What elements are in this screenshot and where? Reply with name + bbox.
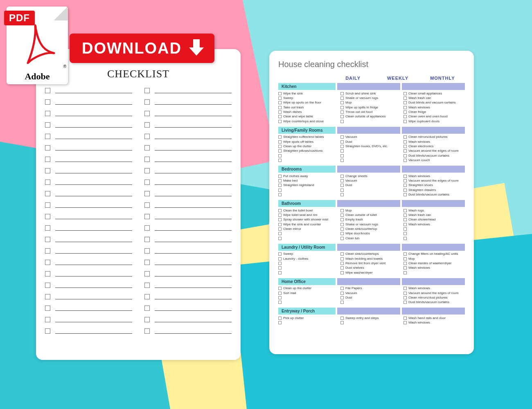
write-line <box>155 92 232 93</box>
checkbox-icon <box>404 189 407 192</box>
checkbox-icon <box>340 97 344 100</box>
task-text: Wipe the sink <box>283 92 303 96</box>
task-item: Wash hand rails and door <box>404 316 465 320</box>
blank-checklist-row <box>45 246 132 254</box>
write-line <box>55 299 132 299</box>
task-text: Wash windows <box>408 286 430 290</box>
checkbox-icon <box>144 111 150 116</box>
checkbox-icon <box>144 180 150 185</box>
task-item: x <box>278 188 339 192</box>
checkbox-icon <box>404 317 407 320</box>
task-item: Wipe the sink and counter <box>278 222 339 227</box>
section-columns: Put clothes awayMake bedStraighten night… <box>278 173 465 198</box>
task-text: Wash trash can <box>408 213 431 217</box>
checkbox-icon <box>404 101 407 104</box>
task-text: Throw out old food <box>345 110 372 114</box>
checkbox-icon <box>45 191 50 196</box>
task-text: Clean mirrors/dust pictures <box>408 135 448 139</box>
checkbox-icon <box>404 271 407 274</box>
checkbox-icon <box>45 168 50 173</box>
checkbox-icon <box>340 149 344 153</box>
checkbox-icon <box>278 262 282 265</box>
task-text: Wash bedding and towels <box>345 257 383 261</box>
write-line <box>55 253 132 254</box>
write-line <box>55 321 132 322</box>
checkbox-icon <box>144 248 150 254</box>
right-page-title: House cleaning checklist <box>278 60 465 69</box>
download-button[interactable]: DOWNLOAD <box>70 34 214 63</box>
task-text: Mop <box>345 101 352 105</box>
task-item: Wash windows <box>404 266 465 270</box>
freq-daily: DAILY <box>331 76 375 81</box>
checkbox-icon <box>404 218 407 221</box>
checkbox-icon <box>278 321 282 324</box>
blank-checklist-row <box>45 326 132 334</box>
task-text: Clean up the clutter <box>283 144 311 148</box>
checkbox-icon <box>278 140 282 144</box>
task-column-monthly: Clean mirrors/dust picturesWash windowsC… <box>404 135 465 163</box>
task-item: x <box>340 153 402 158</box>
task-text: Wash windows <box>408 174 430 178</box>
checkbox-icon <box>404 296 407 299</box>
task-item: x <box>340 300 402 305</box>
task-item: x <box>278 266 339 270</box>
freq-monthly: MONTHLY <box>420 76 465 81</box>
task-item: Wash windows <box>404 105 465 110</box>
task-item: Dust blinds and vacuum curtains <box>404 101 465 105</box>
write-line <box>155 115 232 116</box>
checkbox-icon <box>404 149 407 153</box>
checkbox-icon <box>340 296 344 299</box>
checkbox-icon <box>144 145 150 151</box>
section-columns: Clean up the clutterSort mailxxFile Pape… <box>278 285 465 306</box>
task-item: Clean up the clutter <box>278 144 339 149</box>
task-item: Throw out old food <box>340 110 402 115</box>
task-item: Dust shelves <box>340 266 402 270</box>
checkbox-icon <box>404 257 407 261</box>
checkbox-icon <box>404 92 407 95</box>
blank-checklist-row <box>144 235 232 242</box>
task-item: x <box>278 300 339 305</box>
task-text: Mop <box>408 257 415 261</box>
task-item: x <box>278 296 339 300</box>
task-item: Clean the toilet bowl <box>278 208 339 213</box>
task-item: Put clothes away <box>278 174 339 178</box>
task-item: x <box>340 188 402 192</box>
section: KitchenWipe the sinkSweepWipe up spots o… <box>278 83 465 125</box>
task-item: Straighten coffee/end tables <box>278 135 339 139</box>
checkbox-icon <box>45 271 50 276</box>
checkbox-icon <box>144 306 150 311</box>
task-text: Clean insides of washer/dryer <box>408 261 451 265</box>
task-text: Put clothes away <box>283 174 308 178</box>
task-column-daily: Wipe the sinkSweepWipe up spots on the f… <box>278 91 339 124</box>
checkbox-icon <box>340 209 344 212</box>
write-line <box>55 150 132 151</box>
task-item: Vacuum <box>340 135 402 139</box>
blank-checklist-row <box>45 132 132 139</box>
checkbox-icon <box>340 140 344 144</box>
write-line <box>155 127 232 128</box>
write-line <box>155 161 232 162</box>
task-item: Wash windows <box>404 139 465 144</box>
task-item: x <box>340 149 402 153</box>
task-item: Wipe the sink <box>278 91 339 96</box>
task-text: Vacuum <box>345 179 357 183</box>
download-arrow-icon <box>189 39 204 57</box>
task-text: Straighten nightstand <box>283 183 314 187</box>
checkbox-icon <box>404 120 407 123</box>
checkbox-icon <box>45 294 50 299</box>
task-item: Clean sink/countertops <box>340 252 402 256</box>
task-item: Vacuum <box>340 178 402 183</box>
task-item: Clean insides of washer/dryer <box>404 261 465 266</box>
adobe-pdf-icon <box>24 23 56 68</box>
task-item: Wipe spots off tables <box>278 139 339 144</box>
task-column-daily: SweepLaundry - clothesxxx <box>278 252 339 275</box>
checkbox-icon <box>45 328 50 334</box>
task-item: Wipe up spots on the floor <box>278 101 339 105</box>
section-columns: Straighten coffee/end tablesWipe spots o… <box>278 134 465 164</box>
task-item: Make bed <box>278 178 339 183</box>
write-line <box>55 276 132 276</box>
checkbox-icon <box>45 134 50 139</box>
task-text: Mop <box>345 209 352 213</box>
write-line <box>155 230 232 231</box>
checkbox-icon <box>278 271 282 274</box>
